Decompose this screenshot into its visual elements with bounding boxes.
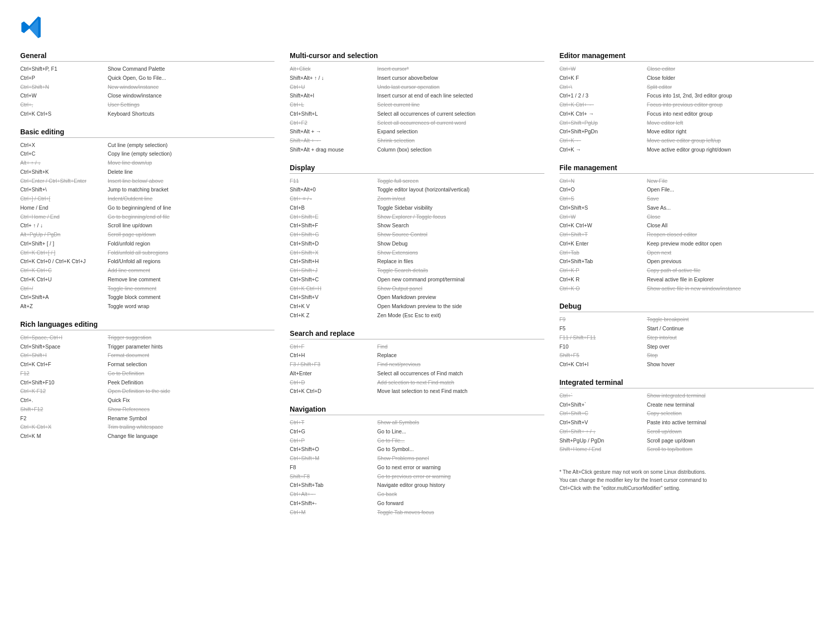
page-header xyxy=(20,15,814,39)
search-replace-shortcuts: Ctrl+FFindCtrl+HReplaceF3 / Shift+F3Find… xyxy=(290,342,544,397)
shortcut-key: Ctrl+F xyxy=(290,343,373,351)
shortcut-row: Ctrl+CCopy line (empty selection) xyxy=(20,150,274,159)
shortcut-key: Ctrl+] / Ctrl+[ xyxy=(20,195,104,203)
rich-languages-shortcuts: Ctrl+Space, Ctrl+ITrigger suggestionCtrl… xyxy=(20,333,274,441)
shortcut-desc: Show active file in new window/instance xyxy=(647,285,814,293)
navigation-shortcuts: Ctrl+TShow all SymbolsCtrl+GGo to Line..… xyxy=(290,418,544,517)
shortcut-key: Ctrl+Shift+S xyxy=(560,204,643,212)
shortcut-row: Alt+PgUp / PgDnScroll page up/down xyxy=(20,230,274,239)
shortcut-row: Ctrl+Shift+VPaste into active terminal xyxy=(560,418,814,427)
shortcut-row: Ctrl+.Quick Fix xyxy=(20,396,274,405)
shortcut-row: Ctrl+Shift+HReplace in files xyxy=(290,257,544,266)
shortcut-key: Ctrl+Shift+X xyxy=(290,249,373,257)
shortcut-row: Ctrl+K Ctrl+DMove last selection to next… xyxy=(290,387,544,396)
shortcut-desc: Toggle breakpoint xyxy=(647,316,814,324)
file-management-shortcuts: Ctrl+NNew FileCtrl+OOpen File...Ctrl+SSa… xyxy=(560,177,814,293)
shortcut-row: Shift+Alt + ←Shrink selection xyxy=(290,136,544,145)
shortcut-key: Ctrl+B xyxy=(290,204,373,212)
shortcut-desc: Go to Definition xyxy=(108,370,274,378)
shortcut-key: Ctrl+O xyxy=(560,186,643,194)
shortcut-row: Shift+Home / EndScroll to top/bottom xyxy=(560,445,814,454)
shortcut-row: Ctrl+Shift+EShow Explorer / Toggle focus xyxy=(290,213,544,222)
shortcut-desc: Show References xyxy=(108,406,274,414)
shortcut-key: Ctrl+K ← xyxy=(560,137,643,145)
shortcut-key: Ctrl+N xyxy=(560,177,643,185)
shortcut-desc: Save xyxy=(647,195,814,203)
shortcut-desc: Show Command Palette xyxy=(108,65,274,73)
footnote: * The Alt+Click gesture may not work on … xyxy=(560,468,814,492)
shortcut-key: Ctrl+Shift+ [ / ] xyxy=(20,240,104,248)
shortcut-row: Home / EndGo to beginning/end of line xyxy=(20,204,274,213)
shortcut-desc: Trigger suggestion xyxy=(108,334,274,342)
shortcut-row: Ctrl+`Show integrated terminal xyxy=(560,391,814,401)
shortcut-desc: Trigger parameter hints xyxy=(108,343,274,351)
shortcut-desc: Show Problems panel xyxy=(377,455,544,463)
basic-editing-shortcuts: Ctrl+XCut line (empty selection)Ctrl+CCo… xyxy=(20,141,274,311)
shortcut-key: Ctrl+K Ctrl+0 / Ctrl+K Ctrl+J xyxy=(20,258,104,266)
shortcut-key: Ctrl+W xyxy=(20,92,104,100)
shortcut-desc: Close xyxy=(647,213,814,221)
shortcut-row: Ctrl+Home / EndGo to beginning/end of fi… xyxy=(20,213,274,222)
shortcut-row: Ctrl+WClose editor xyxy=(560,65,814,74)
shortcut-row: Ctrl+K Ctrl+ ←Focus into previous editor… xyxy=(560,101,814,110)
shortcut-row: Ctrl+Shift+ [ / ]Fold/unfold region xyxy=(20,239,274,249)
shortcut-desc: Open Markdown preview to the side xyxy=(377,303,544,311)
shortcut-key: Ctrl+ ↑ / ↓ xyxy=(20,222,104,230)
shortcut-row: Ctrl+Shift+ ↑ / ↓Scroll up/down xyxy=(560,427,814,436)
shortcut-row: Ctrl+K ←Move active editor group left/up xyxy=(560,136,814,145)
shortcut-key: Ctrl+K Ctrl+ → xyxy=(560,110,643,118)
shortcut-desc: Open next xyxy=(647,249,814,257)
shortcut-row: Ctrl+Shift+OGo to Symbol... xyxy=(290,445,544,454)
shortcut-desc: Toggle full screen xyxy=(377,177,544,185)
shortcut-row: Ctrl+K Ctrl+WClose All xyxy=(560,221,814,230)
shortcut-row: Ctrl+K RReveal active file in Explorer xyxy=(560,275,814,284)
shortcut-row: Ctrl+K PCopy path of active file xyxy=(560,266,814,275)
shortcut-key: Ctrl+Shift+O xyxy=(290,445,373,454)
shortcut-row: Ctrl+Shift+SpaceTrigger parameter hints xyxy=(20,342,274,352)
shortcut-row: Shift+Alt+0Toggle editor layout (horizon… xyxy=(290,185,544,194)
section-file-management: File management Ctrl+NNew FileCtrl+OOpen… xyxy=(560,164,814,293)
shortcut-row: Ctrl+/Toggle line comment xyxy=(20,284,274,293)
shortcut-row: Shift+F5Stop xyxy=(560,351,814,360)
shortcut-key: Ctrl+Shift+PgUp xyxy=(560,119,643,127)
shortcut-row: F3 / Shift+F3Find next/previous xyxy=(290,360,544,369)
shortcut-key: F12 xyxy=(20,370,104,378)
shortcut-row: Ctrl+Shift+\Jump to matching bracket xyxy=(20,185,274,194)
shortcut-desc: Focus into 1st, 2nd, 3rd editor group xyxy=(647,92,814,100)
shortcut-row: Ctrl+Shift+XShow Extensions xyxy=(290,249,544,258)
shortcut-desc: Show hover xyxy=(647,361,814,369)
shortcut-desc: Move editor left xyxy=(647,119,814,127)
shortcut-key: Ctrl+X xyxy=(20,141,104,150)
shortcut-desc: Focus into next editor group xyxy=(647,110,814,118)
shortcut-key: Ctrl+Shift+P, F1 xyxy=(20,65,104,73)
shortcut-row: Ctrl+BToggle Sidebar visibility xyxy=(290,204,544,213)
shortcut-key: Shift+Alt + drag mouse xyxy=(290,146,373,154)
shortcut-desc: Rename Symbol xyxy=(108,415,274,423)
shortcut-row: Ctrl+FFind xyxy=(290,342,544,352)
shortcut-row: Ctrl+Shift+AToggle block comment xyxy=(20,293,274,302)
shortcut-desc: New File xyxy=(647,177,814,185)
shortcut-desc: Select all occurrences of current word xyxy=(377,119,544,127)
shortcut-desc: Go to next error or warning xyxy=(377,464,544,472)
shortcut-row: Ctrl+ ↑ / ↓Scroll line up/down xyxy=(20,221,274,230)
debug-shortcuts: F9Toggle breakpointF5Start / ContinueF11… xyxy=(560,315,814,369)
section-title-integrated-terminal: Integrated terminal xyxy=(560,378,814,388)
shortcut-desc: Go back xyxy=(377,490,544,499)
shortcut-key: Ctrl+K R xyxy=(560,276,643,284)
shortcut-row: Ctrl+TabOpen next xyxy=(560,249,814,258)
section-debug: Debug F9Toggle breakpointF5Start / Conti… xyxy=(560,302,814,369)
shortcut-desc: Cut line (empty selection) xyxy=(108,141,274,150)
shortcut-row: Shift+Alt+ ↑ / ↓Insert cursor above/belo… xyxy=(290,74,544,83)
shortcut-desc: Reveal active file in Explorer xyxy=(647,276,814,284)
shortcut-row: Ctrl+,User Settings xyxy=(20,101,274,110)
section-title-display: Display xyxy=(290,164,544,174)
shortcut-key: Ctrl+K F xyxy=(560,74,643,82)
shortcut-row: Shift+Alt + drag mouseColumn (box) selec… xyxy=(290,145,544,155)
shortcut-key: Ctrl+K Ctrl+ ← xyxy=(560,101,643,109)
shortcut-key: Shift+Alt + → xyxy=(290,128,373,136)
shortcut-key: Ctrl+Shift+J xyxy=(290,267,373,275)
shortcut-desc: Close window/instance xyxy=(108,92,274,100)
shortcut-desc: Go to previous error or warning xyxy=(377,473,544,481)
shortcut-key: Ctrl+Space, Ctrl+I xyxy=(20,334,104,342)
shortcut-desc: Toggle Sidebar visibility xyxy=(377,204,544,212)
